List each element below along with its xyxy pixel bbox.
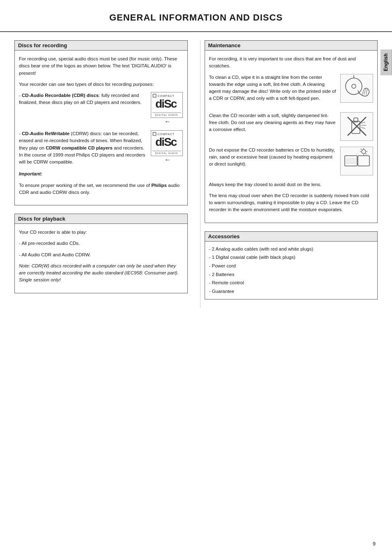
maintenance-img-2: [340, 112, 373, 141]
maintenance-item-3: Do not expose the CD recorder batteries …: [209, 147, 374, 175]
page-container: GENERAL INFORMATION AND DISCS English Di…: [0, 0, 392, 555]
maintenance-text-2: Clean the CD recorder with a soft, sligh…: [209, 112, 337, 134]
svg-line-9: [362, 89, 364, 95]
playback-item-2: - All Audio CDR and Audio CDRW.: [19, 251, 183, 258]
recording-intro: For recording use, special audio discs m…: [19, 55, 183, 77]
svg-line-29: [361, 149, 362, 150]
svg-point-24: [362, 150, 366, 154]
discs-for-recording-section: Discs for recording For recording use, s…: [14, 40, 188, 205]
compact-top-cdrw: COMPACT: [152, 132, 181, 136]
important-text: To ensure proper working of the set, we …: [19, 182, 183, 196]
language-tab: English: [380, 49, 392, 75]
maintenance-intro: For recording, it is very important to u…: [209, 55, 374, 70]
svg-rect-4: [153, 133, 156, 135]
maintenance-text-5: The lens may cloud over when the CD reco…: [209, 192, 374, 214]
important-heading: Important:: [19, 170, 183, 177]
cdr-label: CD-Audio Recordable (CDR) discs: [22, 93, 99, 98]
svg-point-7: [352, 84, 356, 88]
svg-line-11: [366, 89, 367, 94]
cdr-logo: COMPACT diSc DIGITAL AUDIO ←: [150, 92, 183, 125]
cdrw-logo: COMPACT diSc DIGITAL AUDIO ←: [150, 130, 183, 164]
playback-note: Note: CDR(W) discs recorded with a compu…: [19, 263, 183, 284]
accessory-item-1: - 2 Analog audio cables (with red and wh…: [209, 245, 374, 253]
maintenance-section: Maintenance For recording, it is very im…: [205, 40, 378, 223]
playback-intro: Your CD recorder is able to play:: [19, 229, 183, 236]
playback-item-1: - All pre-recorded audio CDs.: [19, 240, 183, 247]
svg-rect-1: [153, 94, 156, 97]
cdrw-bold: CDRW compatible CD players: [46, 145, 113, 150]
accessory-item-6: - Guarantee: [209, 287, 374, 296]
maintenance-content: For recording, it is very important to u…: [205, 51, 378, 223]
svg-line-18: [361, 127, 365, 129]
svg-text:diSc: diSc: [155, 136, 177, 148]
cdrw-text: - CD-Audio ReWritable (CDRW) discs: can …: [19, 130, 146, 166]
discs-for-playback-header: Discs for playback: [15, 214, 187, 224]
compact-disc-logo-cdrw: COMPACT diSc DIGITAL AUDIO: [151, 130, 183, 156]
maintenance-header: Maintenance: [205, 41, 378, 51]
accessory-item-3: - Power cord: [209, 262, 374, 270]
accessories-list: - 2 Analog audio cables (with red and wh…: [205, 242, 378, 299]
arrow-cdr: ←: [164, 118, 171, 125]
discs-for-playback-section: Discs for playback Your CD recorder is a…: [14, 214, 188, 293]
right-column: Maintenance For recording, it is very im…: [200, 40, 378, 308]
accessories-header: Accessories: [205, 232, 378, 242]
accessory-item-5: - Remote control: [209, 279, 374, 287]
accessories-section: Accessories - 2 Analog audio cables (wit…: [205, 231, 378, 299]
content-area: Discs for recording For recording use, s…: [0, 40, 392, 320]
compact-bottom-cdr: DIGITAL AUDIO: [152, 113, 181, 116]
cdrw-label: CD-Audio ReWritable: [22, 131, 69, 136]
cdr-text: - CD-Audio Recordable (CDR) discs: fully…: [19, 92, 146, 106]
accessory-item-2: - 1 Digital coaxial cable (with black pl…: [209, 253, 374, 262]
svg-rect-19: [345, 156, 357, 166]
left-column: Discs for recording For recording use, s…: [14, 40, 192, 308]
page-title: GENERAL INFORMATION AND DISCS: [0, 0, 392, 32]
recorder-types: Your recorder can use two types of discs…: [19, 81, 183, 88]
maintenance-img-3: [340, 147, 373, 175]
maintenance-item-2: Clean the CD recorder with a soft, sligh…: [209, 112, 374, 141]
arrow-cdrw: ←: [164, 156, 171, 164]
maintenance-text-4: Always keep the tray closed to avoid dus…: [209, 181, 374, 188]
discs-for-recording-header: Discs for recording: [15, 41, 187, 51]
svg-line-30: [366, 154, 367, 154]
disc-icon-cdr: diSc: [152, 98, 181, 112]
maintenance-text-3: Do not expose the CD recorder batteries …: [209, 147, 337, 168]
disc-icon-cdrw: diSc: [152, 136, 181, 150]
discs-for-recording-content: For recording use, special audio discs m…: [15, 51, 187, 205]
page-number: 9: [373, 541, 376, 547]
discs-for-playback-content: Your CD recorder is able to play: - All …: [15, 224, 187, 293]
svg-text:diSc: diSc: [155, 98, 177, 110]
svg-point-6: [346, 78, 362, 94]
maintenance-item-1: To clean a CD, wipe it in a straight lin…: [209, 74, 374, 106]
compact-disc-logo-cdr: COMPACT diSc DIGITAL AUDIO: [151, 92, 183, 118]
svg-line-16: [361, 122, 365, 123]
compact-top-cdr: COMPACT: [152, 94, 181, 98]
svg-rect-20: [358, 156, 369, 166]
accessory-item-4: - 2 Batteries: [209, 270, 374, 279]
cdrw-disc-item: - CD-Audio ReWritable (CDRW) discs: can …: [19, 130, 183, 166]
maintenance-img-1: [340, 74, 373, 103]
maintenance-text-1: To clean a CD, wipe it in a straight lin…: [209, 74, 337, 102]
cdr-disc-item: - CD-Audio Recordable (CDR) discs: fully…: [19, 92, 183, 125]
compact-bottom-cdrw: DIGITAL AUDIO: [152, 151, 181, 154]
